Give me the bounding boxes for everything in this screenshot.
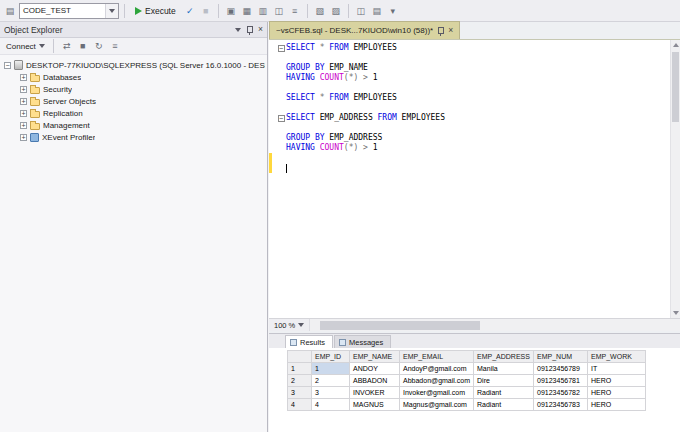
editor-vertical-scrollbar[interactable] — [670, 40, 680, 318]
tree-item-management[interactable]: +Management — [2, 119, 265, 131]
grid-cell[interactable]: MAGNUS — [350, 399, 400, 411]
code-line[interactable] — [269, 153, 670, 163]
execute-button[interactable]: Execute — [130, 2, 181, 20]
scroll-up-icon[interactable] — [671, 40, 680, 50]
grid-cell[interactable]: Abbadon@gmail.com — [400, 375, 474, 387]
window-position-icon[interactable] — [235, 28, 241, 32]
grid-cell[interactable]: 09123456781 — [534, 375, 588, 387]
grid-cell[interactable]: Dire — [474, 375, 534, 387]
database-combobox-dropdown[interactable] — [105, 4, 118, 18]
scrollbar-thumb[interactable] — [672, 52, 679, 122]
tree-item-server-root[interactable]: − DESKTOP-77KIUOD\SQLEXPRESS (SQL Server… — [2, 59, 265, 71]
code-line[interactable]: HAVING COUNT(*) > 1 — [269, 143, 670, 153]
code-line[interactable]: HAVING COUNT(*) > 1 — [269, 73, 670, 83]
expand-icon[interactable]: + — [20, 122, 27, 129]
row-number[interactable]: 4 — [288, 399, 312, 411]
new-window-icon[interactable]: ◫ — [354, 3, 368, 18]
grid-cell[interactable]: ANDOY — [350, 363, 400, 375]
grid-cell[interactable]: AndoyP@gmail.com — [400, 363, 474, 375]
expand-icon[interactable]: + — [20, 74, 27, 81]
column-header-emp_address[interactable]: EMP_ADDRESS — [474, 351, 534, 363]
close-icon[interactable]: × — [258, 25, 263, 34]
parse-check-icon[interactable]: ✓ — [183, 3, 197, 18]
grid-cell[interactable]: Invoker@gmail.com — [400, 387, 474, 399]
close-icon[interactable]: × — [448, 26, 453, 35]
grid-cell[interactable]: 3 — [312, 387, 350, 399]
code-line[interactable]: −SELECT * FROM EMPLOYEES — [269, 43, 670, 53]
row-number[interactable]: 3 — [288, 387, 312, 399]
display-estimated-plan-icon[interactable]: ▧ — [313, 3, 327, 18]
code-line[interactable]: GROUP BY EMP_ADDRESS — [269, 133, 670, 143]
code-line[interactable] — [269, 123, 670, 133]
cancel-query-icon[interactable]: ■ — [199, 3, 213, 18]
pin-icon[interactable] — [437, 26, 444, 36]
toolbar-options-dropdown-icon[interactable]: ▾ — [386, 3, 400, 18]
grid-cell[interactable]: 2 — [312, 375, 350, 387]
connect-button[interactable]: Connect — [4, 42, 47, 51]
include-actual-plan-icon[interactable]: ▥ — [256, 3, 270, 18]
code-line[interactable] — [269, 163, 670, 173]
expand-icon[interactable]: + — [20, 134, 27, 141]
code-line[interactable]: SELECT * FROM EMPLOYEES — [269, 93, 670, 103]
stop-icon[interactable]: ■ — [76, 39, 90, 54]
refresh-icon[interactable]: ↻ — [92, 39, 106, 54]
grid-cell[interactable]: Magnus@gmail.com — [400, 399, 474, 411]
code-line[interactable]: −SELECT EMP_ADDRESS FROM EMPLOYEES — [269, 113, 670, 123]
grid-cell[interactable]: 1 — [312, 363, 350, 375]
tab-results[interactable]: Results — [285, 335, 333, 348]
tree-item-server-objects[interactable]: +Server Objects — [2, 95, 265, 107]
pin-icon[interactable] — [246, 25, 253, 35]
scrollbar-thumb[interactable] — [320, 321, 480, 330]
database-combobox[interactable]: CODE_TEST — [19, 3, 119, 19]
code-line[interactable] — [269, 103, 670, 113]
sql-editor[interactable]: −SELECT * FROM EMPLOYEESGROUP BY EMP_NAM… — [269, 40, 680, 318]
column-header-emp_id[interactable]: EMP_ID — [312, 351, 350, 363]
column-header-emp_work[interactable]: EMP_WORK — [588, 351, 646, 363]
row-number[interactable]: 1 — [288, 363, 312, 375]
grid-cell[interactable]: HERO — [588, 375, 646, 387]
grid-corner[interactable] — [288, 351, 312, 363]
filter-icon[interactable]: ≡ — [108, 39, 122, 54]
grid-cell[interactable]: Radiant — [474, 399, 534, 411]
document-tab[interactable]: ~vsCFEB.sql - DESK...7KIUOD\win10 (58))*… — [269, 21, 460, 39]
tree-item-xevent-profiler[interactable]: +XEvent Profiler — [2, 131, 265, 143]
tab-messages[interactable]: Messages — [334, 335, 391, 348]
grid-cell[interactable]: HERO — [588, 387, 646, 399]
expand-icon[interactable]: + — [20, 86, 27, 93]
grid-cell[interactable]: 09123456782 — [534, 387, 588, 399]
collapse-icon[interactable]: − — [278, 45, 285, 52]
column-header-emp_name[interactable]: EMP_NAME — [350, 351, 400, 363]
grid-cell[interactable]: IT — [588, 363, 646, 375]
include-estimated-plan-icon[interactable]: ▦ — [240, 3, 254, 18]
tree-item-databases[interactable]: +Databases — [2, 71, 265, 83]
grid-cell[interactable]: Manila — [474, 363, 534, 375]
intellisense-enabled-icon[interactable]: ▣ — [224, 3, 238, 18]
editor-horizontal-scrollbar[interactable] — [309, 319, 680, 331]
new-query-icon[interactable]: ▤ — [3, 3, 17, 18]
grid-cell[interactable]: 09123456789 — [534, 363, 588, 375]
grid-cell[interactable]: Radiant — [474, 387, 534, 399]
column-header-emp_num[interactable]: EMP_NUM — [534, 351, 588, 363]
expand-icon[interactable]: + — [20, 98, 27, 105]
grid-cell[interactable]: 09123456783 — [534, 399, 588, 411]
comment-lines-icon[interactable]: ≡ — [288, 3, 302, 18]
column-header-emp_email[interactable]: EMP_EMAIL — [400, 351, 474, 363]
tree-item-replication[interactable]: +Replication — [2, 107, 265, 119]
code-line[interactable] — [269, 83, 670, 93]
code-line[interactable] — [269, 53, 670, 63]
expand-icon[interactable]: + — [20, 110, 27, 117]
scroll-down-icon[interactable] — [671, 308, 680, 318]
grid-cell[interactable]: HERO — [588, 399, 646, 411]
collapse-icon[interactable]: − — [278, 115, 285, 122]
grid-cell[interactable]: 4 — [312, 399, 350, 411]
query-options-icon[interactable]: ▨ — [329, 3, 343, 18]
tree-item-security[interactable]: +Security — [2, 83, 265, 95]
disconnect-icon[interactable]: ⇄ — [60, 39, 74, 54]
code-line[interactable]: GROUP BY EMP_NAME — [269, 63, 670, 73]
grid-cell[interactable]: INVOKER — [350, 387, 400, 399]
zoom-selector[interactable]: 100 % — [269, 319, 309, 331]
split-window-icon[interactable]: ▤ — [370, 3, 384, 18]
results-to-grid-icon[interactable]: ◫ — [272, 3, 286, 18]
collapse-icon[interactable]: − — [4, 62, 11, 69]
row-number[interactable]: 2 — [288, 375, 312, 387]
